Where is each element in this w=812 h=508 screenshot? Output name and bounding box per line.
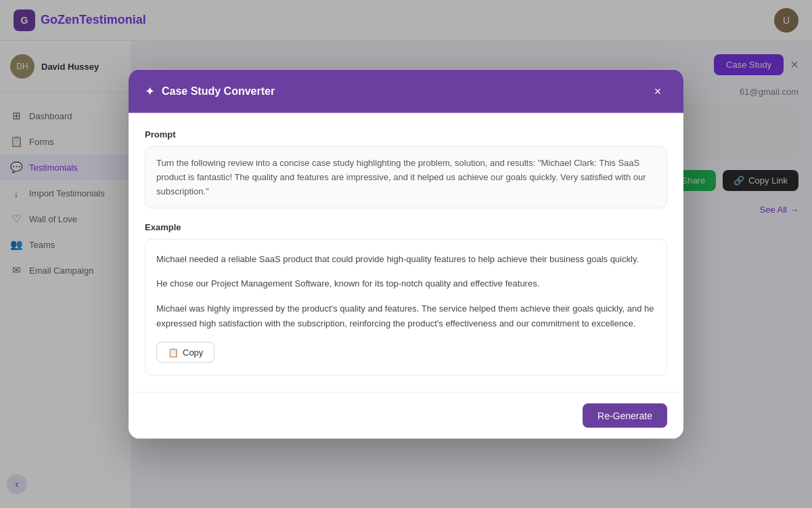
case-study-modal: ✦ Case Study Converter × Prompt Turn the… (129, 70, 683, 439)
regenerate-button[interactable]: Re-Generate (583, 403, 667, 427)
sparkle-icon: ✦ (145, 84, 155, 99)
example-para-3: Michael was highly impressed by the prod… (156, 301, 656, 331)
copy-button[interactable]: 📋 Copy (156, 341, 215, 362)
modal-footer: Re-Generate (129, 391, 683, 438)
prompt-text: Turn the following review into a concise… (156, 156, 656, 198)
modal-body: Prompt Turn the following review into a … (129, 113, 683, 392)
prompt-label: Prompt (145, 129, 667, 140)
copy-icon: 📋 (168, 347, 179, 357)
prompt-box: Turn the following review into a concise… (145, 146, 667, 209)
example-label: Example (145, 222, 667, 232)
example-box: Michael needed a reliable SaaS product t… (145, 239, 667, 375)
modal-close-button[interactable]: × (648, 82, 667, 101)
modal-title: Case Study Converter (162, 85, 275, 98)
example-para-2: He chose our Project Management Software… (156, 276, 656, 291)
modal-header: ✦ Case Study Converter × (129, 70, 683, 113)
example-para-1: Michael needed a reliable SaaS product t… (156, 252, 656, 267)
